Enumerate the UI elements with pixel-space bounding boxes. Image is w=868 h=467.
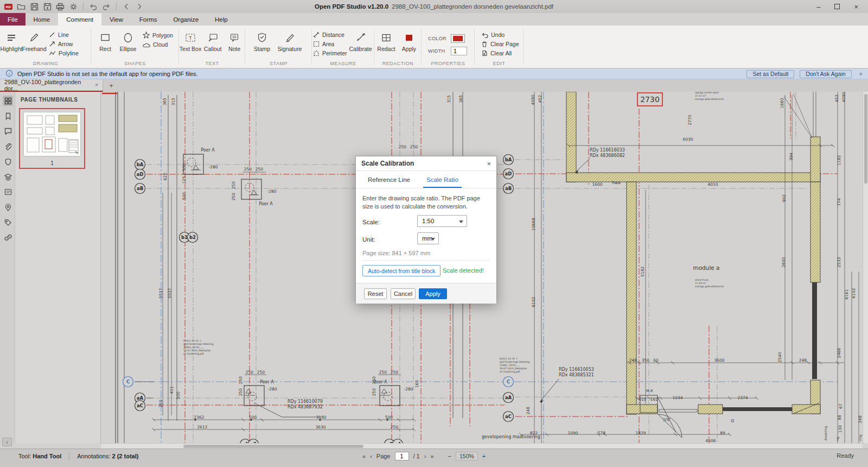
set-as-default-button[interactable]: Set as Default xyxy=(746,70,794,78)
tab-file[interactable]: File xyxy=(0,13,25,26)
maximize-icon[interactable] xyxy=(834,4,840,9)
default-app-info-bar: i Open PDF Studio is not set as the defa… xyxy=(0,69,868,79)
svg-text:-280: -280 xyxy=(208,165,218,169)
calibrate-button[interactable]: Calibrate xyxy=(348,29,374,52)
save-as-icon[interactable] xyxy=(42,2,52,11)
svg-text:22.51 m²: 22.51 m² xyxy=(695,94,706,97)
distance-button[interactable]: Distance xyxy=(313,31,347,38)
tab-forms[interactable]: Forms xyxy=(131,13,165,26)
scale-select[interactable]: 1:50 xyxy=(417,215,467,227)
clear-all-button[interactable]: Clear All xyxy=(481,50,519,56)
print-icon[interactable] xyxy=(55,2,65,11)
area-button[interactable]: Area xyxy=(313,41,347,47)
tab-organize[interactable]: Organize xyxy=(165,13,207,26)
svg-text:aA: aA xyxy=(505,395,512,400)
clear-page-button[interactable]: Clear Page xyxy=(481,41,519,47)
vertical-scrollbar-thumb[interactable] xyxy=(864,94,867,184)
cloud-button[interactable]: Cloud xyxy=(143,41,173,48)
polyline-button[interactable]: Polyline xyxy=(49,50,79,56)
svg-text:RDx 483687932: RDx 483687932 xyxy=(288,405,323,409)
apply-redaction-button[interactable]: Apply xyxy=(398,29,420,52)
arrow-button[interactable]: Arrow xyxy=(49,41,79,47)
page-input[interactable] xyxy=(395,452,409,460)
horizontal-scrollbar-thumb[interactable] xyxy=(183,445,363,448)
highlight-button[interactable]: Highlight xyxy=(1,29,22,52)
bookmarks-icon[interactable] xyxy=(3,111,13,121)
tab-scale-ratio[interactable]: Scale Ratio xyxy=(423,176,462,188)
auto-detect-button[interactable]: Auto-detect from title block xyxy=(362,265,441,276)
open-file-icon[interactable] xyxy=(16,2,26,11)
close-icon[interactable]: × xyxy=(854,3,858,11)
tab-view[interactable]: View xyxy=(101,13,131,26)
textbox-button[interactable]: T Text Box xyxy=(180,29,201,52)
undo-icon[interactable] xyxy=(88,2,98,11)
document-tab[interactable]: 2988_OV-100_plattegronden dor... × xyxy=(0,79,103,92)
tab-close-icon[interactable]: × xyxy=(95,82,98,88)
polygon-button[interactable]: Polygon xyxy=(143,31,173,39)
tags-icon[interactable] xyxy=(3,217,13,228)
svg-text:250: 250 xyxy=(246,370,254,375)
vertical-scrollbar[interactable] xyxy=(863,92,868,443)
zoom-out-icon[interactable]: − xyxy=(448,453,451,459)
new-tab-button[interactable]: + xyxy=(103,79,119,92)
tab-comment[interactable]: Comment xyxy=(58,13,101,26)
minimize-icon[interactable]: – xyxy=(816,3,820,11)
stamp-button[interactable]: Stamp xyxy=(250,29,275,52)
page-thumbnail[interactable]: 1 xyxy=(19,108,85,169)
svg-text:aB: aB xyxy=(137,186,143,191)
tab-home[interactable]: Home xyxy=(25,13,59,26)
perimeter-button[interactable]: Perimeter xyxy=(313,50,347,56)
color-swatch[interactable] xyxy=(451,34,465,43)
redo-icon[interactable] xyxy=(101,2,111,11)
line-button[interactable]: Line xyxy=(49,31,79,38)
unit-select[interactable]: mm xyxy=(417,232,439,244)
comments-icon[interactable] xyxy=(3,126,13,136)
rect-button[interactable]: Rect xyxy=(94,29,116,52)
destinations-pin-icon[interactable] xyxy=(3,202,13,212)
info-close-icon[interactable]: × xyxy=(859,71,863,77)
dialog-close-icon[interactable]: × xyxy=(487,160,491,168)
dialog-description: Enter the drawing scale ratio. The PDF p… xyxy=(356,188,496,211)
last-page-icon[interactable]: » xyxy=(430,453,433,459)
horizontal-scrollbar[interactable] xyxy=(101,443,863,449)
svg-text:RDx 483685321: RDx 483685321 xyxy=(559,373,594,377)
signature-button[interactable]: Signature xyxy=(276,29,304,52)
dialog-title-bar[interactable]: Scale Calibration × xyxy=(356,156,496,171)
zoom-level[interactable]: 150% xyxy=(456,452,478,460)
dont-ask-again-button[interactable]: Don't Ask Again xyxy=(800,70,851,78)
svg-text:4506: 4506 xyxy=(705,438,716,443)
svg-text:-280: -280 xyxy=(267,387,277,392)
sidebar-collapse-icon[interactable]: ‹ xyxy=(2,438,12,446)
thumbnails-icon[interactable] xyxy=(3,96,13,106)
svg-text:250: 250 xyxy=(410,144,418,149)
back-icon[interactable] xyxy=(122,2,131,11)
first-page-icon[interactable]: « xyxy=(362,453,366,459)
tab-reference-line[interactable]: Reference Line xyxy=(368,176,410,188)
links-icon[interactable] xyxy=(3,232,13,243)
security-shield-icon[interactable] xyxy=(3,156,13,167)
width-input[interactable] xyxy=(451,47,467,55)
svg-text:4090: 4090 xyxy=(531,94,535,105)
redact-button[interactable]: Redact xyxy=(375,29,397,52)
reset-button[interactable]: Reset xyxy=(364,288,387,299)
attachments-icon[interactable] xyxy=(3,141,13,152)
callout-button[interactable]: Callout xyxy=(202,29,223,52)
cancel-button[interactable]: Cancel xyxy=(391,288,416,299)
save-icon[interactable] xyxy=(29,2,39,11)
note-button[interactable]: Note xyxy=(224,29,245,52)
zoom-in-icon[interactable]: + xyxy=(482,453,486,459)
svg-text:aC: aC xyxy=(505,414,512,419)
freehand-button[interactable]: Freehand xyxy=(23,29,45,52)
forward-icon[interactable] xyxy=(135,2,144,11)
next-page-icon[interactable]: › xyxy=(424,453,426,459)
undo-edit-button[interactable]: Undo xyxy=(481,31,519,38)
ellipse-button[interactable]: Ellipse xyxy=(117,29,139,52)
divider xyxy=(362,260,490,261)
layers-icon[interactable] xyxy=(3,172,13,182)
apply-button[interactable]: Apply xyxy=(419,288,447,299)
settings-gear-icon[interactable] xyxy=(68,2,78,11)
form-fields-icon[interactable] xyxy=(3,187,13,197)
prev-page-icon[interactable]: ‹ xyxy=(370,453,372,459)
svg-text:grid funderings tekening.: grid funderings tekening. xyxy=(500,361,531,363)
tab-help[interactable]: Help xyxy=(207,13,236,26)
